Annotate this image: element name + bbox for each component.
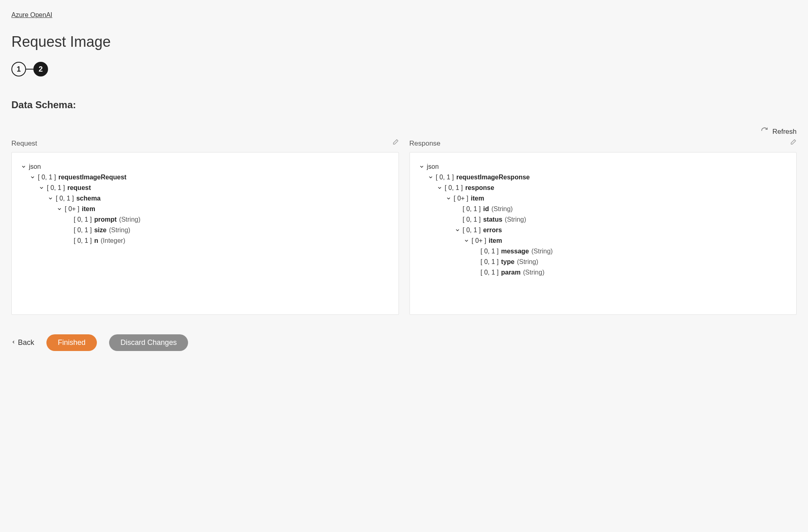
stepper: 1 2 [11, 62, 797, 76]
back-label: Back [18, 338, 34, 347]
tree-node-cardinality: [ 0, 1 ] [463, 205, 481, 213]
tree-root-label: json [427, 163, 439, 170]
request-schema-tree: json[ 0, 1 ] requestImageRequest[ 0, 1 ]… [21, 161, 390, 246]
chevron-down-icon[interactable] [57, 207, 62, 211]
tree-node: [ 0, 1 ] n (Integer) [66, 235, 390, 246]
discard-button[interactable]: Discard Changes [109, 334, 188, 351]
tree-node[interactable]: [ 0, 1 ] response [437, 183, 788, 193]
tree-node-cardinality: [ 0, 1 ] [445, 184, 463, 192]
tree-node-name: item [82, 205, 95, 213]
chevron-left-icon [11, 338, 15, 347]
tree-node-cardinality: [ 0, 1 ] [38, 174, 56, 181]
chevron-down-icon[interactable] [446, 196, 451, 201]
edit-request-icon[interactable] [392, 139, 399, 148]
tree-node-type: (String) [109, 227, 130, 234]
tree-node: [ 0, 1 ] message (String) [473, 246, 788, 257]
page-title: Request Image [11, 33, 797, 50]
tree-node[interactable]: [ 0, 1 ] requestImageRequest [30, 172, 390, 183]
tree-root[interactable]: json [21, 161, 390, 172]
edit-response-icon[interactable] [789, 139, 797, 148]
tree-node-name: message [501, 248, 529, 255]
tree-node-name: status [483, 216, 502, 223]
tree-node[interactable]: [ 0+ ] item [57, 204, 390, 214]
tree-node-name: item [471, 195, 484, 202]
tree-root-label: json [29, 163, 41, 170]
tree-node-type: (String) [491, 205, 512, 213]
chevron-down-icon[interactable] [48, 196, 53, 201]
tree-node-name: n [94, 237, 98, 244]
tree-node-type: (String) [119, 216, 140, 223]
chevron-down-icon[interactable] [428, 175, 434, 180]
tree-node-cardinality: [ 0, 1 ] [481, 258, 499, 266]
tree-node-cardinality: [ 0, 1 ] [47, 184, 65, 192]
chevron-down-icon[interactable] [455, 228, 460, 233]
tree-node-name: response [465, 184, 494, 192]
refresh-label: Refresh [772, 128, 797, 136]
tree-node-name: schema [76, 195, 101, 202]
chevron-down-icon[interactable] [437, 185, 442, 190]
chevron-down-icon[interactable] [30, 175, 35, 180]
finished-button[interactable]: Finished [46, 334, 97, 351]
tree-node-name: prompt [94, 216, 116, 223]
tree-node: [ 0, 1 ] prompt (String) [66, 214, 390, 225]
back-button[interactable]: Back [11, 338, 34, 347]
tree-node-cardinality: [ 0, 1 ] [56, 195, 74, 202]
chevron-down-icon[interactable] [419, 164, 425, 169]
chevron-down-icon[interactable] [21, 164, 26, 169]
step-2[interactable]: 2 [33, 62, 48, 76]
tree-node-name: id [483, 205, 489, 213]
tree-node-cardinality: [ 0, 1 ] [74, 227, 92, 234]
tree-node-cardinality: [ 0, 1 ] [481, 269, 499, 276]
tree-node-cardinality: [ 0, 1 ] [463, 216, 481, 223]
tree-node: [ 0, 1 ] size (String) [66, 225, 390, 235]
tree-node[interactable]: [ 0, 1 ] requestImageResponse [428, 172, 788, 183]
tree-node-type: (String) [523, 269, 544, 276]
tree-node[interactable]: [ 0+ ] item [464, 235, 788, 246]
refresh-button[interactable]: Refresh [761, 127, 797, 136]
step-connector [26, 69, 33, 70]
chevron-down-icon[interactable] [464, 238, 469, 243]
tree-node-cardinality: [ 0, 1 ] [436, 174, 454, 181]
request-panel-label: Request [11, 140, 37, 148]
tree-node[interactable]: [ 0, 1 ] request [39, 183, 390, 193]
tree-node-type: (String) [531, 248, 552, 255]
step-1[interactable]: 1 [11, 62, 26, 76]
tree-node-cardinality: [ 0, 1 ] [463, 227, 481, 234]
tree-node-name: request [67, 184, 91, 192]
tree-node: [ 0, 1 ] status (String) [455, 214, 788, 225]
tree-node-type: (Integer) [101, 237, 125, 244]
response-panel-label: Response [409, 140, 441, 148]
tree-node-name: item [489, 237, 502, 244]
tree-node[interactable]: [ 0, 1 ] errors [455, 225, 788, 235]
tree-node-name: param [501, 269, 521, 276]
tree-node-cardinality: [ 0+ ] [454, 195, 469, 202]
tree-node-cardinality: [ 0+ ] [65, 205, 79, 213]
tree-node-cardinality: [ 0, 1 ] [74, 216, 92, 223]
tree-node[interactable]: [ 0, 1 ] schema [48, 193, 390, 204]
refresh-icon [761, 127, 768, 136]
tree-node-name: requestImageRequest [58, 174, 126, 181]
tree-node-name: type [501, 258, 515, 266]
response-schema-tree: json[ 0, 1 ] requestImageResponse[ 0, 1 … [419, 161, 788, 278]
tree-node-name: requestImageResponse [456, 174, 530, 181]
breadcrumb[interactable]: Azure OpenAI [11, 11, 53, 18]
tree-node: [ 0, 1 ] id (String) [455, 204, 788, 214]
tree-node-cardinality: [ 0, 1 ] [481, 248, 499, 255]
tree-node-type: (String) [517, 258, 538, 266]
tree-node: [ 0, 1 ] type (String) [473, 257, 788, 267]
tree-node[interactable]: [ 0+ ] item [446, 193, 788, 204]
tree-node-name: errors [483, 227, 502, 234]
tree-node-cardinality: [ 0, 1 ] [74, 237, 92, 244]
tree-node-cardinality: [ 0+ ] [472, 237, 486, 244]
chevron-down-icon[interactable] [39, 185, 44, 190]
section-title: Data Schema: [11, 99, 797, 111]
tree-node: [ 0, 1 ] param (String) [473, 267, 788, 278]
tree-node-name: size [94, 227, 106, 234]
tree-node-type: (String) [505, 216, 526, 223]
tree-root[interactable]: json [419, 161, 788, 172]
